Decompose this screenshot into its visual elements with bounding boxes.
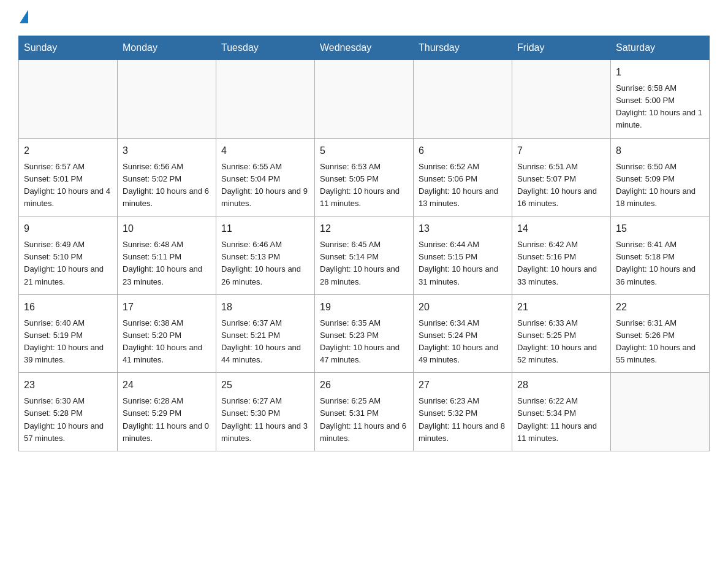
calendar-cell: 20Sunrise: 6:34 AM Sunset: 5:24 PM Dayli… — [414, 294, 512, 373]
day-info: Sunrise: 6:58 AM Sunset: 5:00 PM Dayligh… — [616, 82, 704, 132]
day-info: Sunrise: 6:23 AM Sunset: 5:32 PM Dayligh… — [419, 395, 507, 445]
day-info: Sunrise: 6:53 AM Sunset: 5:05 PM Dayligh… — [320, 161, 408, 210]
day-number: 14 — [517, 221, 605, 236]
calendar-cell: 14Sunrise: 6:42 AM Sunset: 5:16 PM Dayli… — [512, 216, 611, 295]
day-number: 16 — [24, 300, 112, 315]
page-header — [18, 12, 710, 23]
day-info: Sunrise: 6:41 AM Sunset: 5:18 PM Dayligh… — [616, 239, 704, 288]
day-number: 2 — [24, 144, 112, 158]
day-number: 5 — [320, 144, 408, 158]
day-number: 17 — [123, 300, 211, 315]
calendar-cell: 6Sunrise: 6:52 AM Sunset: 5:06 PM Daylig… — [414, 138, 512, 216]
week-row-4: 16Sunrise: 6:40 AM Sunset: 5:19 PM Dayli… — [19, 294, 710, 373]
calendar-cell: 3Sunrise: 6:56 AM Sunset: 5:02 PM Daylig… — [118, 138, 216, 216]
calendar-cell: 10Sunrise: 6:48 AM Sunset: 5:11 PM Dayli… — [118, 216, 216, 295]
logo — [18, 12, 28, 23]
day-number: 15 — [616, 221, 704, 236]
calendar-cell: 7Sunrise: 6:51 AM Sunset: 5:07 PM Daylig… — [512, 138, 611, 216]
day-info: Sunrise: 6:40 AM Sunset: 5:19 PM Dayligh… — [24, 317, 112, 367]
calendar-cell: 18Sunrise: 6:37 AM Sunset: 5:21 PM Dayli… — [216, 294, 315, 373]
day-info: Sunrise: 6:42 AM Sunset: 5:16 PM Dayligh… — [517, 239, 605, 288]
day-info: Sunrise: 6:51 AM Sunset: 5:07 PM Dayligh… — [517, 161, 605, 210]
day-number: 19 — [320, 300, 408, 315]
day-info: Sunrise: 6:44 AM Sunset: 5:15 PM Dayligh… — [419, 239, 507, 288]
day-number: 26 — [320, 378, 408, 393]
day-number: 25 — [221, 378, 309, 393]
calendar-cell: 26Sunrise: 6:25 AM Sunset: 5:31 PM Dayli… — [315, 373, 414, 451]
day-info: Sunrise: 6:27 AM Sunset: 5:30 PM Dayligh… — [221, 395, 309, 445]
day-info: Sunrise: 6:28 AM Sunset: 5:29 PM Dayligh… — [123, 395, 211, 445]
day-info: Sunrise: 6:25 AM Sunset: 5:31 PM Dayligh… — [320, 395, 408, 445]
day-info: Sunrise: 6:38 AM Sunset: 5:20 PM Dayligh… — [123, 317, 211, 367]
day-number: 13 — [419, 221, 507, 236]
day-number: 11 — [221, 221, 309, 236]
day-number: 7 — [517, 144, 605, 158]
calendar-cell: 25Sunrise: 6:27 AM Sunset: 5:30 PM Dayli… — [216, 373, 315, 451]
day-info: Sunrise: 6:57 AM Sunset: 5:01 PM Dayligh… — [24, 161, 112, 210]
day-info: Sunrise: 6:34 AM Sunset: 5:24 PM Dayligh… — [419, 317, 507, 367]
calendar-cell: 8Sunrise: 6:50 AM Sunset: 5:09 PM Daylig… — [611, 138, 710, 216]
day-number: 10 — [123, 221, 211, 236]
day-number: 1 — [616, 65, 704, 80]
week-row-2: 2Sunrise: 6:57 AM Sunset: 5:01 PM Daylig… — [19, 138, 710, 216]
day-info: Sunrise: 6:50 AM Sunset: 5:09 PM Dayligh… — [616, 161, 704, 210]
day-header-friday: Friday — [512, 36, 611, 60]
day-number: 18 — [221, 300, 309, 315]
day-info: Sunrise: 6:37 AM Sunset: 5:21 PM Dayligh… — [221, 317, 309, 367]
logo-triangle-icon — [20, 10, 28, 23]
calendar-cell: 15Sunrise: 6:41 AM Sunset: 5:18 PM Dayli… — [611, 216, 710, 295]
day-number: 20 — [419, 300, 507, 315]
day-header-saturday: Saturday — [611, 36, 710, 60]
calendar-cell — [611, 373, 710, 451]
calendar-cell: 2Sunrise: 6:57 AM Sunset: 5:01 PM Daylig… — [19, 138, 118, 216]
day-header-tuesday: Tuesday — [216, 36, 315, 60]
calendar-cell: 22Sunrise: 6:31 AM Sunset: 5:26 PM Dayli… — [611, 294, 710, 373]
day-number: 27 — [419, 378, 507, 393]
calendar-cell — [19, 60, 118, 139]
day-info: Sunrise: 6:33 AM Sunset: 5:25 PM Dayligh… — [517, 317, 605, 367]
day-number: 24 — [123, 378, 211, 393]
day-number: 12 — [320, 221, 408, 236]
calendar-cell — [216, 60, 315, 139]
logo-text-block — [18, 12, 28, 23]
day-number: 21 — [517, 300, 605, 315]
week-row-5: 23Sunrise: 6:30 AM Sunset: 5:28 PM Dayli… — [19, 373, 710, 451]
calendar-cell: 1Sunrise: 6:58 AM Sunset: 5:00 PM Daylig… — [611, 60, 710, 139]
calendar-cell: 16Sunrise: 6:40 AM Sunset: 5:19 PM Dayli… — [19, 294, 118, 373]
calendar-cell: 17Sunrise: 6:38 AM Sunset: 5:20 PM Dayli… — [118, 294, 216, 373]
day-header-wednesday: Wednesday — [315, 36, 414, 60]
day-header-sunday: Sunday — [19, 36, 118, 60]
day-number: 8 — [616, 144, 704, 158]
day-info: Sunrise: 6:56 AM Sunset: 5:02 PM Dayligh… — [123, 161, 211, 210]
calendar-cell: 21Sunrise: 6:33 AM Sunset: 5:25 PM Dayli… — [512, 294, 611, 373]
calendar-cell: 27Sunrise: 6:23 AM Sunset: 5:32 PM Dayli… — [414, 373, 512, 451]
week-row-3: 9Sunrise: 6:49 AM Sunset: 5:10 PM Daylig… — [19, 216, 710, 295]
calendar-cell: 4Sunrise: 6:55 AM Sunset: 5:04 PM Daylig… — [216, 138, 315, 216]
calendar-cell: 28Sunrise: 6:22 AM Sunset: 5:34 PM Dayli… — [512, 373, 611, 451]
calendar-cell: 9Sunrise: 6:49 AM Sunset: 5:10 PM Daylig… — [19, 216, 118, 295]
calendar-cell: 11Sunrise: 6:46 AM Sunset: 5:13 PM Dayli… — [216, 216, 315, 295]
day-number: 4 — [221, 144, 309, 158]
calendar-cell — [414, 60, 512, 139]
calendar-cell — [315, 60, 414, 139]
day-number: 6 — [419, 144, 507, 158]
calendar-cell — [118, 60, 216, 139]
calendar-table: SundayMondayTuesdayWednesdayThursdayFrid… — [18, 36, 710, 451]
day-info: Sunrise: 6:35 AM Sunset: 5:23 PM Dayligh… — [320, 317, 408, 367]
week-row-1: 1Sunrise: 6:58 AM Sunset: 5:00 PM Daylig… — [19, 60, 710, 139]
day-number: 23 — [24, 378, 112, 393]
day-header-monday: Monday — [118, 36, 216, 60]
day-info: Sunrise: 6:49 AM Sunset: 5:10 PM Dayligh… — [24, 239, 112, 288]
calendar-cell: 13Sunrise: 6:44 AM Sunset: 5:15 PM Dayli… — [414, 216, 512, 295]
day-number: 3 — [123, 144, 211, 158]
day-info: Sunrise: 6:55 AM Sunset: 5:04 PM Dayligh… — [221, 161, 309, 210]
day-number: 28 — [517, 378, 605, 393]
day-info: Sunrise: 6:46 AM Sunset: 5:13 PM Dayligh… — [221, 239, 309, 288]
calendar-cell: 12Sunrise: 6:45 AM Sunset: 5:14 PM Dayli… — [315, 216, 414, 295]
day-number: 9 — [24, 221, 112, 236]
calendar-cell: 19Sunrise: 6:35 AM Sunset: 5:23 PM Dayli… — [315, 294, 414, 373]
calendar-cell — [512, 60, 611, 139]
day-info: Sunrise: 6:22 AM Sunset: 5:34 PM Dayligh… — [517, 395, 605, 445]
day-info: Sunrise: 6:48 AM Sunset: 5:11 PM Dayligh… — [123, 239, 211, 288]
calendar-header-row: SundayMondayTuesdayWednesdayThursdayFrid… — [19, 36, 710, 60]
